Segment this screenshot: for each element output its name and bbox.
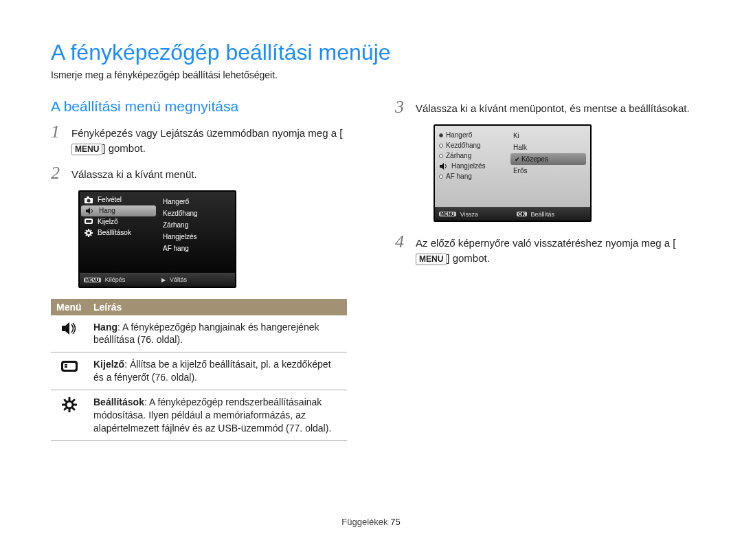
step-3: 3 Válassza ki a kívánt menüpontot, és me…: [395, 98, 691, 116]
lcd-item-display: Kijelző: [80, 216, 157, 227]
svg-line-11: [86, 230, 87, 231]
svg-point-1: [87, 199, 91, 202]
svg-rect-18: [65, 364, 67, 366]
gear-icon: [84, 229, 93, 237]
display-icon: [51, 352, 88, 390]
two-column-layout: A beállítási menü megnyitása 1 Fényképez…: [51, 98, 691, 441]
lcd-value: Erős: [509, 165, 587, 177]
step-1: 1 Fényképezés vagy Lejátszás üzemmódban …: [51, 123, 347, 156]
svg-rect-2: [87, 197, 89, 199]
svg-line-28: [73, 400, 74, 401]
svg-line-14: [91, 230, 91, 231]
radio-icon: [439, 154, 443, 158]
footer-label: Kilépés: [105, 276, 126, 283]
right-column: 3 Válassza ki a kívánt menüpontot, és me…: [395, 98, 691, 441]
lcd-option: Hangjelzés: [438, 161, 504, 171]
footer-label: Beállítás: [531, 211, 555, 218]
lcd-item-settings: Beállítások: [80, 227, 157, 238]
lcd-main-menu: Felvétel Hang Kijelző Beállítások: [80, 192, 157, 273]
check-icon: ✔: [515, 156, 520, 163]
svg-marker-3: [86, 208, 90, 214]
radio-icon: [439, 144, 443, 148]
svg-rect-5: [86, 220, 91, 223]
lcd-item-sound: Hang: [81, 205, 156, 216]
step-4: 4 Az előző képernyőre való visszatéréshe…: [395, 233, 691, 266]
lcd-footer: MENUKilépés ▶Váltás: [80, 273, 235, 287]
lcd-sub-item: Kezdőhang: [157, 208, 235, 219]
step-text-tail: ] gombot.: [447, 252, 490, 264]
menu-key-icon: MENU: [439, 212, 456, 216]
right-arrow-icon: ▶: [161, 277, 166, 283]
page-subtitle: Ismerje meg a fényképezőgép beállítási l…: [51, 69, 691, 80]
lcd-option: Zárhang: [438, 150, 504, 161]
menu-key: MENU: [416, 254, 447, 266]
lcd-submenu: Hangerő Kezdőhang Zárhang Hangjelzés AF …: [157, 192, 235, 273]
camera-lcd-menu: Felvétel Hang Kijelző Beállítások Hanger…: [78, 190, 236, 288]
table-row: Beállítások: A fényképezőgép rendszerbeá…: [51, 390, 347, 441]
page-number: 75: [390, 517, 400, 527]
step-text: Az előző képernyőre való visszatéréshez …: [416, 237, 676, 249]
page-footer: Függelékek 75: [51, 517, 691, 527]
label: Hang: [99, 207, 115, 214]
svg-marker-29: [440, 163, 444, 170]
gear-icon: [51, 390, 88, 441]
label: Hangjelzés: [451, 162, 485, 170]
label: Zárhang: [446, 152, 471, 159]
lcd-option: Hangerő: [438, 130, 504, 140]
table-row: Kijelző: Állítsa be a kijelző beállítása…: [51, 352, 347, 390]
radio-icon: [439, 133, 443, 137]
ok-key-icon: OK: [517, 212, 527, 216]
footer-label: Váltás: [170, 276, 187, 283]
step-number: 4: [395, 233, 409, 266]
sound-icon: [85, 207, 95, 215]
lcd-sub-item: Hangjelzés: [157, 231, 235, 243]
lcd-sub-item: Zárhang: [157, 219, 235, 231]
sound-icon: [51, 315, 88, 352]
left-column: A beállítási menü megnyitása 1 Fényképez…: [51, 98, 347, 441]
svg-rect-19: [65, 366, 67, 368]
radio-icon: [439, 175, 443, 179]
svg-point-20: [66, 401, 73, 408]
lcd-value-list: Ki Halk ✔Közepes Erős: [506, 126, 590, 207]
lcd-value: Ki: [509, 130, 587, 142]
svg-line-25: [65, 400, 66, 401]
table-row: Hang: A fényképezőgép hangjainak és hang…: [51, 315, 347, 352]
svg-line-26: [73, 408, 74, 410]
table-desc: Beállítások: A fényképezőgép rendszerbeá…: [88, 390, 347, 441]
camera-lcd-options: Hangerő Kezdőhang Zárhang Hangjelzés AF …: [434, 124, 592, 222]
step-body: Fényképezés vagy Lejátszás üzemmódban ny…: [71, 123, 347, 156]
menu-key: MENU: [71, 144, 102, 156]
lcd-option: Kezdőhang: [438, 140, 504, 150]
label: Felvétel: [98, 196, 122, 203]
table-desc: Hang: A fényképezőgép hangjainak és hang…: [88, 315, 347, 352]
step-number: 1: [51, 123, 65, 156]
label: Közepes: [521, 155, 548, 163]
lcd-value-selected: ✔Közepes: [510, 153, 586, 165]
menu-key-icon: MENU: [84, 278, 101, 282]
menu-description-table: Menü Leírás Hang: A fényképezőgép hangja…: [51, 299, 347, 441]
svg-marker-15: [62, 322, 69, 335]
label: Hangerő: [446, 131, 472, 139]
manual-page: A fényképezőgép beállítási menüje Ismerj…: [0, 0, 742, 527]
lcd-submenu-list: Hangerő Kezdőhang Zárhang Hangjelzés AF …: [435, 126, 506, 207]
lcd-sub-item: Hangerő: [157, 196, 235, 208]
svg-line-12: [91, 235, 91, 236]
footer-label: Függelékek: [341, 517, 387, 527]
page-title: A fényképezőgép beállítási menüje: [51, 40, 691, 65]
table-head-menu: Menü: [51, 299, 88, 315]
lcd-value: Halk: [509, 142, 587, 153]
step-body: Az előző képernyőre való visszatéréshez …: [416, 233, 691, 266]
display-icon: [84, 218, 93, 226]
step-number: 2: [51, 164, 65, 182]
lcd-sub-item: AF hang: [157, 243, 235, 254]
step-body: Válassza ki a kívánt menüt.: [71, 164, 347, 182]
table-desc: Kijelző: Állítsa be a kijelző beállítása…: [88, 352, 347, 390]
svg-line-27: [65, 408, 66, 410]
label: Kijelző: [98, 218, 117, 225]
label: Kezdőhang: [446, 142, 481, 149]
label: Beállítások: [98, 229, 131, 236]
step-text: Fényképezés vagy Lejátszás üzemmódban ny…: [71, 127, 342, 139]
svg-line-13: [86, 235, 87, 236]
step-2: 2 Válassza ki a kívánt menüt.: [51, 164, 347, 182]
footer-label: Vissza: [460, 211, 478, 218]
